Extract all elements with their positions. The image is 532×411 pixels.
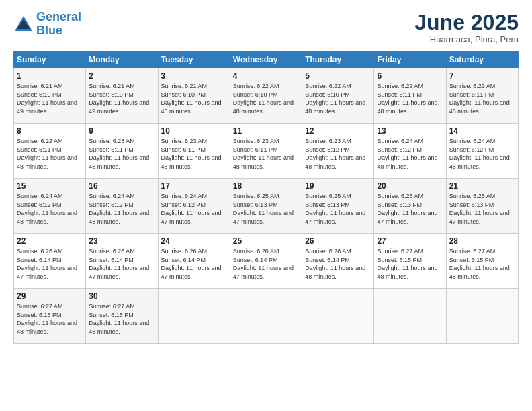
day-cell: 8 Sunrise: 6:22 AMSunset: 6:11 PMDayligh…: [14, 124, 86, 179]
week-row-2: 8 Sunrise: 6:22 AMSunset: 6:11 PMDayligh…: [14, 124, 519, 179]
cell-info: Sunrise: 6:26 AMSunset: 6:14 PMDaylight:…: [161, 247, 227, 281]
week-row-4: 22 Sunrise: 6:26 AMSunset: 6:14 PMDaylig…: [14, 234, 519, 289]
cell-info: Sunrise: 6:22 AMSunset: 6:10 PMDaylight:…: [233, 82, 299, 116]
cell-info: Sunrise: 6:22 AMSunset: 6:10 PMDaylight:…: [305, 82, 371, 116]
calendar-table: Sunday Monday Tuesday Wednesday Thursday…: [13, 51, 519, 344]
day-cell: 30 Sunrise: 6:27 AMSunset: 6:15 PMDaylig…: [86, 289, 158, 344]
day-cell: 1 Sunrise: 6:21 AMSunset: 6:10 PMDayligh…: [14, 68, 86, 124]
header-row: Sunday Monday Tuesday Wednesday Thursday…: [14, 52, 519, 68]
cell-info: Sunrise: 6:27 AMSunset: 6:15 PMDaylight:…: [89, 302, 154, 336]
day-cell: 23 Sunrise: 6:26 AMSunset: 6:14 PMDaylig…: [86, 234, 158, 289]
page: General Blue June 2025 Huarmaca, Piura, …: [0, 0, 532, 355]
day-cell: 28 Sunrise: 6:27 AMSunset: 6:15 PMDaylig…: [446, 234, 518, 289]
day-cell: 16 Sunrise: 6:24 AMSunset: 6:12 PMDaylig…: [86, 179, 158, 234]
day-number: 10: [161, 126, 227, 136]
day-number: 28: [449, 236, 515, 246]
day-cell: 4 Sunrise: 6:22 AMSunset: 6:10 PMDayligh…: [230, 68, 302, 124]
day-cell: [446, 289, 518, 344]
day-number: 4: [233, 71, 299, 81]
cell-info: Sunrise: 6:25 AMSunset: 6:13 PMDaylight:…: [233, 192, 299, 226]
day-number: 22: [17, 236, 83, 246]
col-thursday: Thursday: [302, 52, 374, 68]
cell-info: Sunrise: 6:21 AMSunset: 6:10 PMDaylight:…: [89, 82, 154, 116]
day-number: 13: [377, 126, 443, 136]
day-number: 11: [233, 126, 299, 136]
day-cell: 25 Sunrise: 6:26 AMSunset: 6:14 PMDaylig…: [230, 234, 302, 289]
day-number: 17: [161, 181, 227, 191]
cell-info: Sunrise: 6:21 AMSunset: 6:10 PMDaylight:…: [161, 82, 227, 116]
cell-info: Sunrise: 6:24 AMSunset: 6:12 PMDaylight:…: [89, 192, 154, 226]
day-cell: 14 Sunrise: 6:24 AMSunset: 6:12 PMDaylig…: [446, 124, 518, 179]
day-number: 2: [89, 71, 154, 81]
cell-info: Sunrise: 6:21 AMSunset: 6:10 PMDaylight:…: [17, 82, 83, 116]
day-cell: 13 Sunrise: 6:24 AMSunset: 6:12 PMDaylig…: [374, 124, 446, 179]
day-number: 21: [449, 181, 515, 191]
cell-info: Sunrise: 6:27 AMSunset: 6:15 PMDaylight:…: [449, 247, 515, 281]
cell-info: Sunrise: 6:23 AMSunset: 6:11 PMDaylight:…: [233, 137, 299, 171]
day-cell: 21 Sunrise: 6:25 AMSunset: 6:13 PMDaylig…: [446, 179, 518, 234]
cell-info: Sunrise: 6:27 AMSunset: 6:15 PMDaylight:…: [17, 302, 83, 336]
day-cell: 11 Sunrise: 6:23 AMSunset: 6:11 PMDaylig…: [230, 124, 302, 179]
day-cell: 19 Sunrise: 6:25 AMSunset: 6:13 PMDaylig…: [302, 179, 374, 234]
col-monday: Monday: [86, 52, 158, 68]
header: General Blue June 2025 Huarmaca, Piura, …: [13, 11, 519, 44]
day-number: 3: [161, 71, 227, 81]
title-block: June 2025 Huarmaca, Piura, Peru: [414, 11, 519, 44]
day-number: 26: [305, 236, 371, 246]
day-cell: 20 Sunrise: 6:25 AMSunset: 6:13 PMDaylig…: [374, 179, 446, 234]
day-cell: 6 Sunrise: 6:22 AMSunset: 6:11 PMDayligh…: [374, 68, 446, 124]
cell-info: Sunrise: 6:25 AMSunset: 6:13 PMDaylight:…: [305, 192, 371, 226]
day-cell: 7 Sunrise: 6:22 AMSunset: 6:11 PMDayligh…: [446, 68, 518, 124]
month-title: June 2025: [414, 11, 519, 34]
day-number: 7: [449, 71, 515, 81]
cell-info: Sunrise: 6:26 AMSunset: 6:14 PMDaylight:…: [89, 247, 154, 281]
week-row-1: 1 Sunrise: 6:21 AMSunset: 6:10 PMDayligh…: [14, 68, 519, 124]
col-sunday: Sunday: [14, 52, 86, 68]
calendar-header: Sunday Monday Tuesday Wednesday Thursday…: [14, 52, 519, 68]
day-cell: 22 Sunrise: 6:26 AMSunset: 6:14 PMDaylig…: [14, 234, 86, 289]
day-number: 18: [233, 181, 299, 191]
day-cell: 5 Sunrise: 6:22 AMSunset: 6:10 PMDayligh…: [302, 68, 374, 124]
day-number: 27: [377, 236, 443, 246]
day-number: 16: [89, 181, 154, 191]
cell-info: Sunrise: 6:23 AMSunset: 6:11 PMDaylight:…: [89, 137, 154, 171]
day-cell: 2 Sunrise: 6:21 AMSunset: 6:10 PMDayligh…: [86, 68, 158, 124]
logo: General Blue: [13, 11, 81, 38]
day-number: 25: [233, 236, 299, 246]
cell-info: Sunrise: 6:27 AMSunset: 6:15 PMDaylight:…: [377, 247, 443, 281]
day-cell: 15 Sunrise: 6:24 AMSunset: 6:12 PMDaylig…: [14, 179, 86, 234]
logo-text: General Blue: [36, 11, 81, 38]
day-number: 15: [17, 181, 83, 191]
cell-info: Sunrise: 6:24 AMSunset: 6:12 PMDaylight:…: [161, 192, 227, 226]
cell-info: Sunrise: 6:25 AMSunset: 6:13 PMDaylight:…: [449, 192, 515, 226]
cell-info: Sunrise: 6:22 AMSunset: 6:11 PMDaylight:…: [17, 137, 83, 171]
col-wednesday: Wednesday: [230, 52, 302, 68]
week-row-5: 29 Sunrise: 6:27 AMSunset: 6:15 PMDaylig…: [14, 289, 519, 344]
cell-info: Sunrise: 6:24 AMSunset: 6:12 PMDaylight:…: [377, 137, 443, 171]
day-cell: [374, 289, 446, 344]
day-cell: [302, 289, 374, 344]
day-number: 12: [305, 126, 371, 136]
day-cell: 18 Sunrise: 6:25 AMSunset: 6:13 PMDaylig…: [230, 179, 302, 234]
calendar-body: 1 Sunrise: 6:21 AMSunset: 6:10 PMDayligh…: [14, 68, 519, 344]
day-cell: 3 Sunrise: 6:21 AMSunset: 6:10 PMDayligh…: [158, 68, 230, 124]
location-subtitle: Huarmaca, Piura, Peru: [414, 34, 519, 44]
day-number: 1: [17, 71, 83, 81]
day-cell: 10 Sunrise: 6:23 AMSunset: 6:11 PMDaylig…: [158, 124, 230, 179]
day-number: 23: [89, 236, 154, 246]
cell-info: Sunrise: 6:24 AMSunset: 6:12 PMDaylight:…: [17, 192, 83, 226]
day-cell: [230, 289, 302, 344]
cell-info: Sunrise: 6:26 AMSunset: 6:14 PMDaylight:…: [233, 247, 299, 281]
day-number: 14: [449, 126, 515, 136]
cell-info: Sunrise: 6:22 AMSunset: 6:11 PMDaylight:…: [449, 82, 515, 116]
cell-info: Sunrise: 6:26 AMSunset: 6:14 PMDaylight:…: [17, 247, 83, 281]
week-row-3: 15 Sunrise: 6:24 AMSunset: 6:12 PMDaylig…: [14, 179, 519, 234]
day-number: 24: [161, 236, 227, 246]
day-cell: [158, 289, 230, 344]
cell-info: Sunrise: 6:23 AMSunset: 6:11 PMDaylight:…: [161, 137, 227, 171]
day-cell: 12 Sunrise: 6:23 AMSunset: 6:12 PMDaylig…: [302, 124, 374, 179]
day-cell: 9 Sunrise: 6:23 AMSunset: 6:11 PMDayligh…: [86, 124, 158, 179]
cell-info: Sunrise: 6:26 AMSunset: 6:14 PMDaylight:…: [305, 247, 371, 281]
day-number: 30: [89, 291, 154, 301]
cell-info: Sunrise: 6:24 AMSunset: 6:12 PMDaylight:…: [449, 137, 515, 171]
